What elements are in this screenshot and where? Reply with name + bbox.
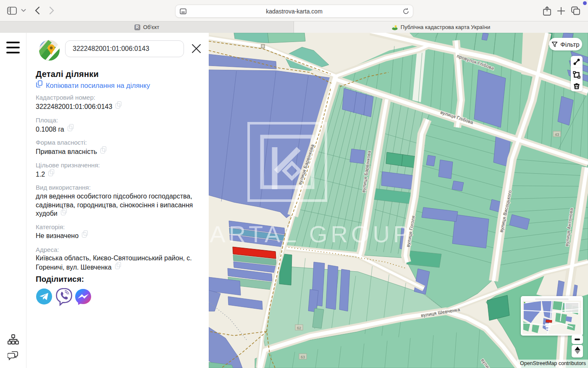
svg-text:62: 62 [297, 326, 301, 330]
svg-text:63: 63 [301, 355, 305, 359]
svg-text:43: 43 [555, 132, 559, 137]
svg-text:KVARTAL GROUP: KVARTAL GROUP [209, 221, 412, 247]
